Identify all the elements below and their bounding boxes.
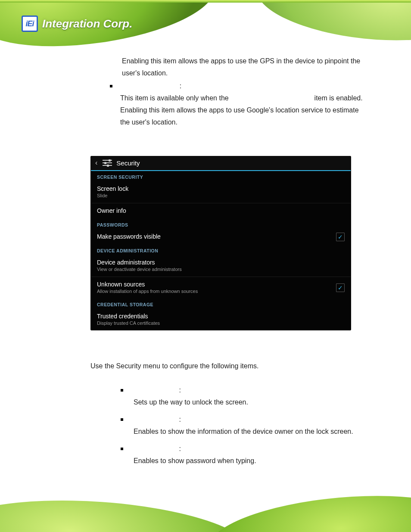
section-header: DEVICE ADMINISTRATION <box>91 245 351 255</box>
gps-description-block: Enabling this item allows the apps to us… <box>110 55 368 128</box>
screen-title: Security <box>116 159 140 167</box>
section-header: PASSWORDS <box>91 219 351 229</box>
manual-page: iEi Integration Corp. Enabling this item… <box>0 0 411 532</box>
row-subtitle: View or deactivate device administrators <box>97 266 345 272</box>
brand-text: Integration Corp. <box>42 17 132 31</box>
settings-row[interactable]: Trusted credentialsDisplay trusted CA ce… <box>91 309 351 330</box>
check-icon: ✓ <box>338 234 343 240</box>
checkbox[interactable]: ✓ <box>336 283 345 292</box>
settings-topbar: ‹ Security <box>91 156 351 171</box>
section-header: CREDENTIAL STORAGE <box>91 299 351 309</box>
row-title: Unknown sources <box>97 280 345 288</box>
checkbox[interactable]: ✓ <box>336 233 345 241</box>
gps-paragraph: Enabling this item allows the apps to us… <box>110 55 368 79</box>
row-title: Device administrators <box>97 258 345 266</box>
bullet-icon <box>110 85 112 87</box>
bullet-description: Sets up the way to unlock the screen. <box>134 396 366 408</box>
bullet-description: Enables to show password when typing. <box>134 455 366 467</box>
settings-row[interactable]: Device administratorsView or deactivate … <box>91 255 351 277</box>
logo-mark: iEi <box>22 16 38 32</box>
brand-logo: iEi Integration Corp. <box>22 16 132 32</box>
row-title: Make passwords visible <box>97 233 345 240</box>
settings-icon[interactable] <box>103 159 112 167</box>
page-footer-graphic <box>0 489 411 532</box>
bullet-separator: : <box>134 384 181 396</box>
security-usage-block: Use the Security menu to configure the f… <box>90 360 366 472</box>
settings-row[interactable]: Screen lockSlide <box>91 181 351 203</box>
row-title: Owner info <box>97 207 345 215</box>
check-icon: ✓ <box>338 285 343 291</box>
row-subtitle: Slide <box>97 193 345 199</box>
back-icon[interactable]: ‹ <box>94 159 98 167</box>
bullet-item: :Sets up the way to unlock the screen. <box>121 384 366 414</box>
security-settings-screenshot: ‹ Security SCREEN SECURITYScreen lockSli… <box>90 156 351 330</box>
security-bullet-list: :Sets up the way to unlock the screen.:E… <box>90 384 366 472</box>
row-title: Screen lock <box>97 185 345 193</box>
section-header: SCREEN SECURITY <box>91 171 351 181</box>
google-location-paragraph: This item is available only when the ite… <box>120 92 368 128</box>
bullet-separator: : <box>120 80 241 92</box>
bullet-item: :Enables to show password when typing. <box>121 443 366 472</box>
bullet-item: :Enables to show the information of the … <box>121 414 366 443</box>
settings-row[interactable]: Unknown sourcesAllow installation of app… <box>91 277 351 299</box>
row-subtitle: Display trusted CA certificates <box>97 320 345 326</box>
bullet-description: Enables to show the information of the d… <box>134 426 366 438</box>
page-header-graphic: iEi Integration Corp. <box>0 0 411 49</box>
security-intro: Use the Security menu to configure the f… <box>90 360 366 372</box>
settings-row[interactable]: Owner info <box>91 203 351 219</box>
row-subtitle: Allow installation of apps from unknown … <box>97 288 345 294</box>
bullet-separator: : <box>134 414 181 426</box>
settings-row[interactable]: Make passwords visible✓ <box>91 229 351 245</box>
row-title: Trusted credentials <box>97 312 345 320</box>
bullet-separator: : <box>134 443 181 455</box>
